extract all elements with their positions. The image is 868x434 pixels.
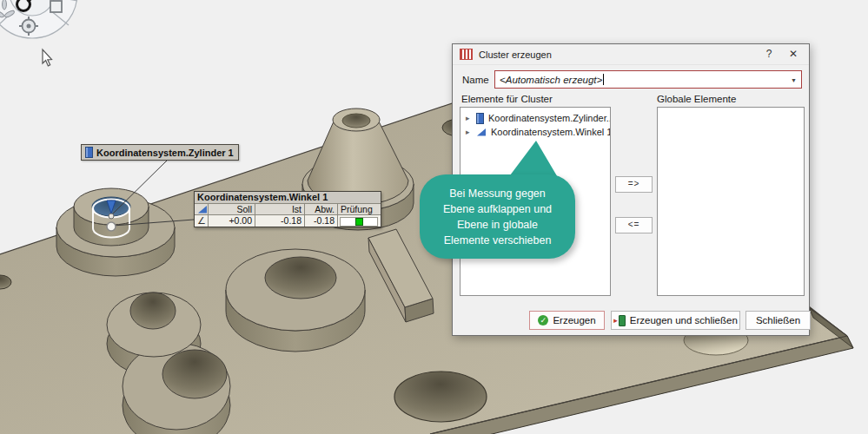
column-header: Abw. <box>305 204 338 214</box>
status-box <box>340 217 378 227</box>
ist-value: -0.18 <box>255 215 305 227</box>
tree-item-label: Koordinatensystem.Zylinder... <box>488 113 611 123</box>
help-button[interactable]: ? <box>757 44 781 64</box>
dialog-title: Cluster erzeugen <box>479 49 552 60</box>
cylinder-icon <box>476 113 484 124</box>
create-button-label: Erzeugen <box>553 315 595 326</box>
close-button[interactable]: Schließen <box>745 311 811 330</box>
tooltip-bubble: Bei Messung gegen Ebene aufklappen und E… <box>420 174 575 259</box>
text-caret <box>603 74 604 85</box>
right-list-label: Globale Elemente <box>657 94 736 104</box>
feature-label[interactable]: Koordinatensystem.Zylinder 1 <box>81 144 239 161</box>
angle-icon <box>476 127 487 137</box>
feature-label-text: Koordinatensystem.Zylinder 1 <box>96 148 234 158</box>
name-label: Name <box>462 75 489 85</box>
create-button[interactable]: ✓ Erzeugen <box>529 311 605 330</box>
angle-symbol: ∠ <box>195 215 209 227</box>
measurement-table[interactable]: Koordinatensystem.Winkel 1 Soll Ist Abw.… <box>194 191 381 227</box>
mouse-cursor <box>43 49 52 66</box>
expander-icon[interactable]: ▸ <box>466 114 472 122</box>
frame-icon[interactable] <box>50 1 62 12</box>
create-and-close-button[interactable]: ▸ Erzeugen und schließen <box>611 311 740 330</box>
column-header: Prüfung <box>338 204 380 214</box>
create-and-close-label: Erzeugen und schließen <box>630 315 738 326</box>
status-indicator <box>355 218 363 226</box>
name-value: <Automatisch erzeugt> <box>500 75 602 85</box>
exit-door-icon: ▸ <box>613 315 626 326</box>
measurement-table-title: Koordinatensystem.Winkel 1 <box>195 192 381 204</box>
left-list-label: Elemente für Cluster <box>461 94 553 104</box>
soll-value: +0.00 <box>209 215 255 227</box>
column-header: Soll <box>209 204 255 214</box>
close-icon[interactable]: ✕ <box>781 44 805 64</box>
angle-icon <box>195 204 209 214</box>
tree-item-label: Koordinatensystem.Winkel 1 <box>491 127 611 137</box>
abw-value: -0.18 <box>305 215 338 227</box>
name-input[interactable]: <Automatisch erzeugt> ▼ <box>494 70 802 89</box>
cylinder-icon <box>85 147 93 158</box>
move-left-button[interactable]: <= <box>615 217 653 233</box>
tree-item-winkel[interactable]: ▸ Koordinatensystem.Winkel 1 <box>461 125 610 139</box>
global-elements-list[interactable] <box>657 107 805 296</box>
expander-icon[interactable]: ▸ <box>466 128 472 136</box>
column-header: Ist <box>255 204 305 214</box>
cluster-icon <box>460 49 473 60</box>
tree-item-zylinder[interactable]: ▸ Koordinatensystem.Zylinder... <box>461 111 610 125</box>
move-right-button[interactable]: => <box>615 176 653 193</box>
measurement-table-header: Soll Ist Abw. Prüfung <box>195 204 381 215</box>
measurement-table-row: ∠ +0.00 -0.18 -0.18 <box>195 215 381 227</box>
part-ring-boss <box>226 249 365 352</box>
pruefung-cell <box>338 215 380 228</box>
dialog-titlebar[interactable]: Cluster erzeugen <box>453 44 809 65</box>
view-navigation-wheel[interactable] <box>0 0 77 38</box>
check-icon: ✓ <box>538 315 548 326</box>
chevron-down-icon[interactable]: ▼ <box>791 76 797 82</box>
application-window: Koordinatensystem.Zylinder 1 Koordinaten… <box>0 0 868 434</box>
